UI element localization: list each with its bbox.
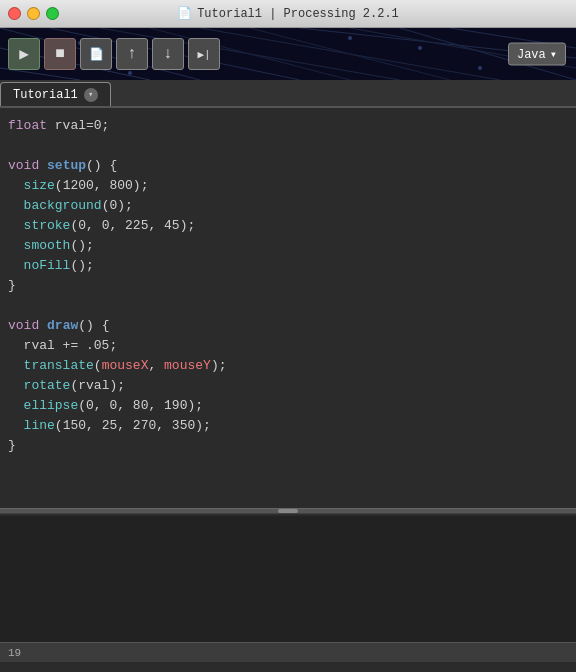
code-line-13: translate(mouseX, mouseY); — [0, 356, 576, 376]
code-line-14: rotate(rval); — [0, 376, 576, 396]
code-line-3: void setup() { — [0, 156, 576, 176]
fn-setup: setup — [47, 156, 86, 176]
code-line-1: float rval=0; — [0, 116, 576, 136]
toolbar-buttons: ▶ ■ 📄 ↑ ↓ ▶| — [8, 38, 220, 70]
play-icon: ▶ — [19, 44, 29, 64]
code-line-6: stroke(0, 0, 225, 45); — [0, 216, 576, 236]
fn-smooth: smooth — [24, 236, 71, 256]
keyword-void-1: void — [8, 156, 39, 176]
title-bar: 📄 Tutorial1 | Processing 2.2.1 — [0, 0, 576, 28]
fn-rotate: rotate — [24, 376, 71, 396]
play-button[interactable]: ▶ — [8, 38, 40, 70]
var-mouseY: mouseY — [164, 356, 211, 376]
fn-ellipse: ellipse — [24, 396, 79, 416]
code-line-10 — [0, 296, 576, 316]
code-line-7: smooth(); — [0, 236, 576, 256]
new-button[interactable]: 📄 — [80, 38, 112, 70]
stop-button[interactable]: ■ — [44, 38, 76, 70]
minimize-button[interactable] — [27, 7, 40, 20]
save-button[interactable]: ↓ — [152, 38, 184, 70]
code-line-17: } — [0, 436, 576, 456]
chevron-down-icon: ▾ — [88, 89, 93, 100]
open-button[interactable]: ↑ — [116, 38, 148, 70]
code-line-12: rval += .05; — [0, 336, 576, 356]
chevron-down-icon: ▾ — [550, 47, 557, 62]
fn-nofill: noFill — [24, 256, 71, 276]
tab-bar: Tutorial1 ▾ — [0, 80, 576, 108]
title-icon: 📄 — [177, 6, 192, 21]
code-line-5: background(0); — [0, 196, 576, 216]
export-button[interactable]: ▶| — [188, 38, 220, 70]
console-area — [0, 516, 576, 642]
fn-line: line — [24, 416, 55, 436]
save-icon: ↓ — [163, 45, 173, 63]
status-bar: 19 — [0, 642, 576, 662]
language-selector[interactable]: Java ▾ — [508, 43, 566, 66]
resize-divider[interactable] — [0, 508, 576, 514]
fn-size: size — [24, 176, 55, 196]
title-text: 📄 Tutorial1 | Processing 2.2.1 — [177, 6, 399, 21]
line-number: 19 — [8, 647, 21, 659]
svg-point-18 — [418, 46, 422, 50]
svg-point-16 — [478, 66, 482, 70]
code-line-15: ellipse(0, 0, 80, 190); — [0, 396, 576, 416]
language-label: Java — [517, 47, 546, 61]
maximize-button[interactable] — [46, 7, 59, 20]
code-editor[interactable]: float rval=0; void setup() { size(1200, … — [0, 108, 576, 508]
window-title: Tutorial1 | Processing 2.2.1 — [197, 7, 399, 21]
console-output — [0, 516, 576, 642]
toolbar: ▶ ■ 📄 ↑ ↓ ▶| Java ▾ — [0, 28, 576, 80]
tab-close-button[interactable]: ▾ — [84, 88, 98, 102]
resize-handle — [278, 509, 298, 513]
svg-point-17 — [128, 71, 132, 75]
open-icon: ↑ — [127, 45, 137, 63]
fn-background: background — [24, 196, 102, 216]
code-line-16: line(150, 25, 270, 350); — [0, 416, 576, 436]
export-icon: ▶| — [197, 48, 210, 61]
fn-translate: translate — [24, 356, 94, 376]
new-icon: 📄 — [89, 47, 104, 62]
tab-tutorial1[interactable]: Tutorial1 ▾ — [0, 82, 111, 106]
fn-stroke: stroke — [24, 216, 71, 236]
tab-label: Tutorial1 — [13, 88, 78, 102]
svg-point-15 — [348, 36, 352, 40]
close-button[interactable] — [8, 7, 21, 20]
window-controls — [8, 7, 59, 20]
code-line-8: noFill(); — [0, 256, 576, 276]
keyword-void-2: void — [8, 316, 39, 336]
keyword-float: float — [8, 116, 47, 136]
code-line-2 — [0, 136, 576, 156]
code-line-11: void draw() { — [0, 316, 576, 336]
code-line-9: } — [0, 276, 576, 296]
var-mouseX: mouseX — [102, 356, 149, 376]
stop-icon: ■ — [55, 45, 65, 63]
code-line-4: size(1200, 800); — [0, 176, 576, 196]
fn-draw: draw — [47, 316, 78, 336]
